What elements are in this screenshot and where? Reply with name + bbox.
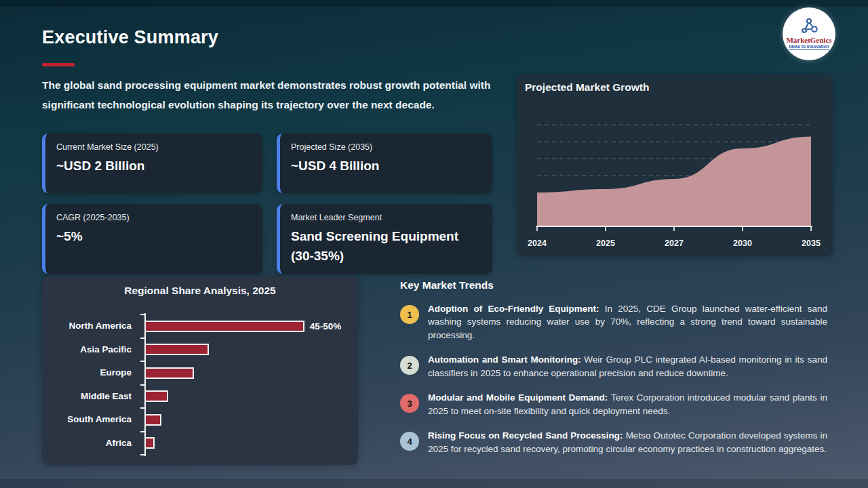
regional-share-panel: Regional Share Analysis, 2025 North Amer… (42, 277, 358, 465)
regional-bar-row-3 (146, 385, 351, 409)
x-axis-label-2035: 2035 (802, 239, 821, 248)
growth-area-chart (536, 106, 812, 236)
regional-label-1: Asia Pacific (42, 338, 138, 362)
regional-bar-row-1 (146, 338, 351, 362)
regional-bar-1 (146, 344, 209, 355)
trend-item-1: 1Adoption of Eco-Friendly Equipment: In … (400, 302, 827, 342)
key-market-trends-section: Key Market Trends 1Adoption of Eco-Frien… (400, 279, 827, 467)
x-axis-label-2024: 2024 (528, 239, 547, 248)
title-accent-rule (42, 63, 75, 66)
trend-items-list: 1Adoption of Eco-Friendly Equipment: In … (400, 302, 827, 455)
regional-axis-tick (140, 338, 146, 339)
network-nodes-icon (799, 18, 819, 35)
regional-bar-2 (146, 367, 194, 379)
stat-card-value: ~USD 4 Billion (291, 157, 480, 176)
stat-card-1: Projected Size (2035)~USD 4 Billion (277, 134, 492, 193)
stat-card-label: Projected Size (2035) (291, 142, 480, 152)
trend-item-title: Modular and Mobile Equipment Demand: (428, 392, 611, 403)
regional-label-4: South America (42, 408, 138, 432)
regional-label-5: Africa (42, 432, 138, 455)
regional-chart-title: Regional Share Analysis, 2025 (42, 285, 358, 297)
growth-area-series (537, 137, 811, 227)
trends-heading: Key Market Trends (400, 279, 827, 291)
projected-market-growth-panel: Projected Market Growth 2024202520272030… (517, 75, 833, 256)
x-axis-label-2027: 2027 (665, 239, 684, 248)
regional-bar-5 (146, 437, 155, 449)
stat-card-0: Current Market Size (2025)~USD 2 Billion (42, 134, 262, 193)
regional-axis-tick (140, 431, 146, 432)
trend-number-badge-3: 3 (400, 394, 419, 413)
regional-bar-3 (146, 390, 168, 402)
intro-paragraph: The global sand processing equipment mar… (42, 76, 500, 115)
regional-bar-row-0: 45-50% (146, 314, 351, 338)
trend-item-text: Automation and Smart Monitoring: Weir Gr… (428, 353, 827, 380)
trend-item-4: 4Rising Focus on Recycled Sand Processin… (400, 429, 827, 455)
regional-bars: 45-50% (146, 314, 351, 455)
stat-card-label: Market Leader Segment (291, 213, 480, 222)
marketgenics-logo: MarketGenics Ideas to Innovation (783, 7, 835, 60)
regional-bar-0 (146, 321, 304, 332)
stat-cards-grid: Current Market Size (2025)~USD 2 Billion… (42, 134, 492, 274)
regional-label-0: North America (42, 314, 138, 338)
stat-card-value: ~USD 2 Billion (56, 157, 250, 176)
regional-axis-tick (140, 454, 146, 455)
regional-axis-tick (140, 384, 146, 386)
stat-card-label: Current Market Size (2025) (56, 142, 250, 152)
growth-x-axis-labels: 20242025202720302035 (536, 239, 812, 251)
stat-card-value: Sand Screening Equipment (30-35%) (291, 227, 480, 266)
trend-number-badge-4: 4 (400, 432, 419, 451)
regional-axis-tick (140, 314, 146, 315)
stat-card-value: ~5% (56, 227, 250, 247)
stat-card-3: Market Leader SegmentSand Screening Equi… (277, 204, 492, 274)
stat-card-2: CAGR (2025-2035)~5% (42, 204, 262, 274)
trend-item-title: Automation and Smart Monitoring: (428, 354, 584, 365)
top-border-strip (0, 0, 868, 7)
x-axis-label-2025: 2025 (596, 239, 615, 248)
trend-item-2: 2Automation and Smart Monitoring: Weir G… (400, 353, 827, 380)
trend-item-text: Modular and Mobile Equipment Demand: Ter… (428, 391, 827, 418)
trend-item-text: Rising Focus on Recycled Sand Processing… (428, 429, 827, 455)
regional-category-labels: North AmericaAsia PacificEuropeMiddle Ea… (42, 314, 138, 455)
trend-item-title: Rising Focus on Recycled Sand Processing… (428, 430, 626, 441)
x-axis-label-2030: 2030 (733, 239, 752, 248)
trend-item-3: 3Modular and Mobile Equipment Demand: Te… (400, 391, 827, 418)
bottom-border-strip (0, 479, 868, 488)
trend-item-text: Adoption of Eco-Friendly Equipment: In 2… (428, 302, 827, 342)
logo-tagline: Ideas to Innovation (789, 44, 829, 50)
regional-label-2: Europe (42, 361, 138, 385)
regional-bar-4 (146, 414, 161, 426)
regional-bar-annotation: 45-50% (310, 321, 342, 331)
trend-number-badge-1: 1 (400, 305, 419, 324)
regional-axis-tick (140, 361, 146, 362)
regional-axis-tick (140, 407, 146, 409)
slide-canvas: { "slide": { "title": "Executive Summary… (0, 0, 868, 488)
stat-card-label: CAGR (2025-2035) (56, 213, 250, 222)
regional-bar-row-5 (146, 432, 351, 455)
regional-bar-row-2 (146, 361, 351, 385)
growth-chart-title: Projected Market Growth (525, 81, 649, 94)
trend-number-badge-2: 2 (400, 356, 419, 375)
regional-bar-row-4 (146, 408, 351, 432)
page-title: Executive Summary (42, 27, 218, 48)
regional-label-3: Middle East (42, 385, 138, 409)
logo-wordmark: MarketGenics (786, 36, 831, 44)
trend-item-title: Adoption of Eco-Friendly Equipment: (428, 304, 605, 314)
